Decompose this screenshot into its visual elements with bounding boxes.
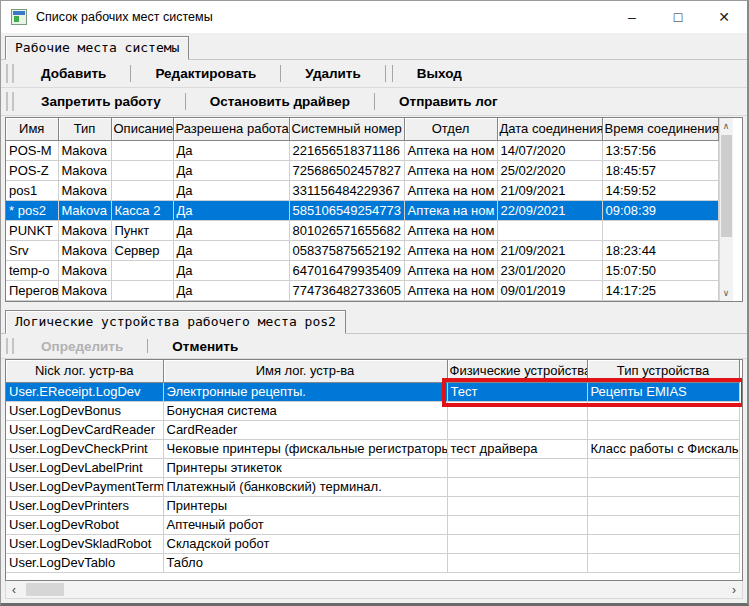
table-cell[interactable]: Да: [173, 280, 289, 300]
table-cell[interactable]: 25/02/2020: [497, 160, 602, 180]
close-icon[interactable]: ✕: [701, 1, 747, 33]
table-row[interactable]: ПереговMakovaДа774736482733605Аптека на …: [6, 280, 718, 300]
table-cell[interactable]: User.LogDevLabelPrint: [6, 458, 163, 477]
table-cell[interactable]: Электронные рецепты.: [163, 382, 447, 401]
toolbar-grip[interactable]: [6, 338, 14, 354]
table-cell[interactable]: User.LogDevPaymentTerm: [6, 477, 163, 496]
table-cell[interactable]: 774736482733605: [289, 280, 404, 300]
table-cell[interactable]: Бонусная система: [163, 401, 447, 420]
table-cell[interactable]: 09/01/2019: [497, 280, 602, 300]
table-cell[interactable]: CardReader: [163, 420, 447, 439]
table-cell[interactable]: POS-M: [6, 140, 58, 160]
table-cell[interactable]: [497, 220, 602, 240]
table-cell[interactable]: Аптека на ном: [404, 180, 497, 200]
table-cell[interactable]: User.LogDevTablo: [6, 553, 163, 572]
table-cell[interactable]: Аптека на ном: [404, 140, 497, 160]
table-cell[interactable]: Makova: [58, 140, 111, 160]
table-cell[interactable]: Makova: [58, 160, 111, 180]
table-cell[interactable]: Табло: [163, 553, 447, 572]
table-cell[interactable]: Makova: [58, 260, 111, 280]
table-cell[interactable]: [587, 420, 739, 439]
table-cell[interactable]: POS-Z: [6, 160, 58, 180]
table-cell[interactable]: [587, 458, 739, 477]
maximize-icon[interactable]: □: [655, 1, 701, 33]
table-cell[interactable]: Класс работы с Фискаль: [587, 439, 739, 458]
table-cell[interactable]: [111, 140, 173, 160]
add-button[interactable]: Добавить: [17, 60, 130, 87]
table-row[interactable]: POS-ZMakovaДа725686502457827Аптека на но…: [6, 160, 718, 180]
table-cell[interactable]: [587, 515, 739, 534]
table-cell[interactable]: User.LogDevSkladRobot: [6, 534, 163, 553]
minimize-icon[interactable]: –: [609, 1, 655, 33]
table-cell[interactable]: Пункт: [111, 220, 173, 240]
edit-button[interactable]: Редактировать: [131, 60, 280, 87]
table-row[interactable]: User.LogDevPaymentTermПлатежный (банковс…: [6, 477, 739, 496]
table-cell[interactable]: 18:23:44: [602, 240, 718, 260]
table-cell[interactable]: 647016479935409: [289, 260, 404, 280]
column-header-department[interactable]: Отдел: [404, 118, 497, 140]
table-row[interactable]: User.LogDevRobotАптечный робот: [6, 515, 739, 534]
table-cell[interactable]: Makova: [58, 200, 111, 220]
tab-devices[interactable]: Логические устройства рабочего места pos…: [5, 310, 346, 334]
stop-driver-button[interactable]: Остановить драйвер: [186, 88, 374, 115]
table-cell[interactable]: [447, 420, 587, 439]
vertical-scrollbar[interactable]: ∧ ∨: [719, 118, 733, 301]
table-cell[interactable]: Принтеры этикеток: [163, 458, 447, 477]
table-row[interactable]: POS-MMakovaДа221656518371186Аптека на но…: [6, 140, 718, 160]
table-cell[interactable]: Makova: [58, 180, 111, 200]
table-cell[interactable]: [587, 534, 739, 553]
define-button[interactable]: Определить: [17, 334, 147, 358]
table-cell[interactable]: Аптека на ном: [404, 200, 497, 220]
table-cell[interactable]: Рецепты EMIAS: [587, 382, 739, 401]
toolbar-grip[interactable]: [6, 92, 14, 111]
table-cell[interactable]: 331156484229367: [289, 180, 404, 200]
toolbar-grip[interactable]: [6, 64, 14, 83]
scroll-left-icon[interactable]: ‹: [6, 581, 22, 598]
table-cell[interactable]: PUNKT: [6, 220, 58, 240]
table-cell[interactable]: [111, 260, 173, 280]
table-cell[interactable]: [111, 160, 173, 180]
table-cell[interactable]: User.LogDevCardReader: [6, 420, 163, 439]
table-cell[interactable]: [447, 477, 587, 496]
table-cell[interactable]: Да: [173, 240, 289, 260]
table-cell[interactable]: 058375875652192: [289, 240, 404, 260]
table-cell[interactable]: temp-o: [6, 260, 58, 280]
column-header-system-number[interactable]: Системный номер: [289, 118, 404, 140]
table-row[interactable]: User.EReceipt.LogDevЭлектронные рецепты.…: [6, 382, 739, 401]
table-cell[interactable]: Платежный (банковский) терминал.: [163, 477, 447, 496]
table-row[interactable]: User.LogDevLabelPrintПринтеры этикеток: [6, 458, 739, 477]
table-row[interactable]: PUNKTMakovaПунктДа801026571655682Аптека …: [6, 220, 718, 240]
cancel-button[interactable]: Отменить: [148, 334, 262, 358]
table-cell[interactable]: 14:59:52: [602, 180, 718, 200]
table-cell[interactable]: Чековые принтеры (фискальные регистратор…: [163, 439, 447, 458]
column-header-connect-time[interactable]: Время соединения: [602, 118, 718, 140]
scroll-up-icon[interactable]: ∧: [720, 118, 733, 134]
table-cell[interactable]: pos1: [6, 180, 58, 200]
column-header-type[interactable]: Тип: [58, 118, 111, 140]
table-cell[interactable]: Makova: [58, 240, 111, 260]
table-cell[interactable]: 13:57:56: [602, 140, 718, 160]
table-cell[interactable]: Аптека на ном: [404, 240, 497, 260]
column-header-description[interactable]: Описание: [111, 118, 173, 140]
column-header-nick[interactable]: Nick лог. устр-ва: [6, 360, 163, 382]
table-cell[interactable]: 221656518371186: [289, 140, 404, 160]
table-cell[interactable]: 22/09/2021: [497, 200, 602, 220]
exit-button[interactable]: Выход: [393, 60, 486, 87]
table-cell[interactable]: [447, 515, 587, 534]
table-cell[interactable]: [111, 180, 173, 200]
table-cell[interactable]: Аптечный робот: [163, 515, 447, 534]
table-cell[interactable]: [602, 220, 718, 240]
table-cell[interactable]: Аптека на ном: [404, 160, 497, 180]
table-cell[interactable]: User.LogDevBonus: [6, 401, 163, 420]
table-cell[interactable]: тест драйвера: [447, 439, 587, 458]
send-log-button[interactable]: Отправить лог: [375, 88, 522, 115]
table-row[interactable]: User.LogDevPrintersПринтеры: [6, 496, 739, 515]
table-cell[interactable]: [587, 477, 739, 496]
table-row[interactable]: temp-oMakovaДа647016479935409Аптека на н…: [6, 260, 718, 280]
table-cell[interactable]: [447, 553, 587, 572]
scrollbar-thumb[interactable]: [26, 583, 64, 596]
table-cell[interactable]: Makova: [58, 280, 111, 300]
table-cell[interactable]: Да: [173, 180, 289, 200]
table-cell[interactable]: 21/09/2021: [497, 180, 602, 200]
table-cell[interactable]: 09:08:39: [602, 200, 718, 220]
